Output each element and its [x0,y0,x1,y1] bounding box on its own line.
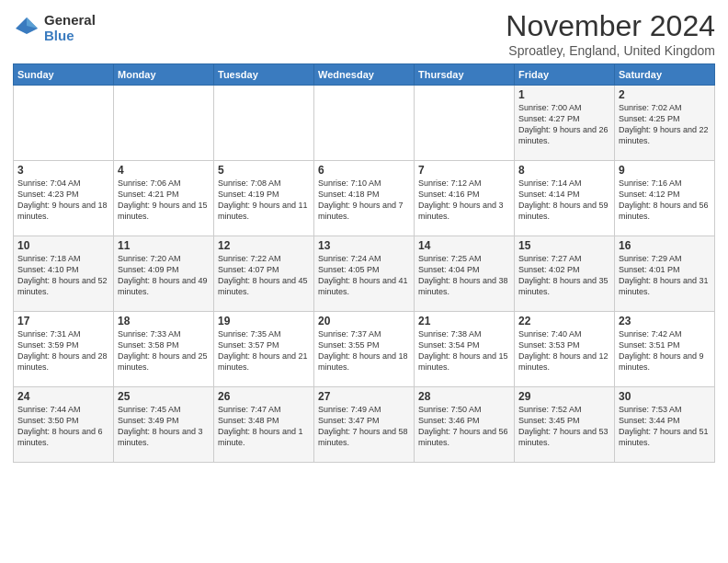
table-cell [314,86,415,161]
day-number: 27 [318,390,410,403]
week-row-4: 17Sunrise: 7:31 AM Sunset: 3:59 PM Dayli… [14,312,715,387]
header-friday: Friday [515,64,615,86]
table-cell: 2Sunrise: 7:02 AM Sunset: 4:25 PM Daylig… [615,86,715,161]
day-info: Sunrise: 7:04 AM Sunset: 4:23 PM Dayligh… [17,178,109,223]
day-number: 1 [518,88,610,101]
table-cell: 17Sunrise: 7:31 AM Sunset: 3:59 PM Dayli… [14,312,114,387]
day-number: 29 [518,390,610,403]
week-row-3: 10Sunrise: 7:18 AM Sunset: 4:10 PM Dayli… [14,236,715,312]
day-number: 30 [619,390,711,403]
table-cell: 14Sunrise: 7:25 AM Sunset: 4:04 PM Dayli… [415,236,515,312]
logo: General Blue [13,13,96,43]
day-number: 8 [518,164,610,177]
day-info: Sunrise: 7:29 AM Sunset: 4:01 PM Dayligh… [619,253,711,298]
day-number: 7 [418,164,510,177]
day-info: Sunrise: 7:31 AM Sunset: 3:59 PM Dayligh… [17,328,109,373]
day-info: Sunrise: 7:08 AM Sunset: 4:19 PM Dayligh… [218,178,310,223]
logo-general-text: General [44,13,96,29]
day-number: 9 [619,164,711,177]
table-cell: 6Sunrise: 7:10 AM Sunset: 4:18 PM Daylig… [314,161,415,236]
day-info: Sunrise: 7:25 AM Sunset: 4:04 PM Dayligh… [418,253,510,298]
table-cell [214,86,314,161]
day-info: Sunrise: 7:40 AM Sunset: 3:53 PM Dayligh… [518,328,610,373]
day-number: 17 [17,315,109,327]
table-cell: 25Sunrise: 7:45 AM Sunset: 3:49 PM Dayli… [114,387,214,463]
day-number: 10 [17,239,109,252]
table-cell: 18Sunrise: 7:33 AM Sunset: 3:58 PM Dayli… [114,312,214,387]
table-cell: 4Sunrise: 7:06 AM Sunset: 4:21 PM Daylig… [114,161,214,236]
table-cell: 1Sunrise: 7:00 AM Sunset: 4:27 PM Daylig… [515,86,615,161]
day-info: Sunrise: 7:12 AM Sunset: 4:16 PM Dayligh… [418,178,510,223]
day-info: Sunrise: 7:37 AM Sunset: 3:55 PM Dayligh… [318,328,410,373]
day-info: Sunrise: 7:18 AM Sunset: 4:10 PM Dayligh… [17,253,109,298]
header-tuesday: Tuesday [214,64,314,86]
header-thursday: Thursday [415,64,515,86]
table-cell: 22Sunrise: 7:40 AM Sunset: 3:53 PM Dayli… [515,312,615,387]
day-info: Sunrise: 7:35 AM Sunset: 3:57 PM Dayligh… [218,328,310,373]
table-cell: 23Sunrise: 7:42 AM Sunset: 3:51 PM Dayli… [615,312,715,387]
day-number: 5 [218,164,310,177]
day-info: Sunrise: 7:45 AM Sunset: 3:49 PM Dayligh… [118,404,210,449]
day-info: Sunrise: 7:49 AM Sunset: 3:47 PM Dayligh… [318,404,410,449]
day-number: 4 [118,164,210,177]
day-info: Sunrise: 7:33 AM Sunset: 3:58 PM Dayligh… [118,328,210,373]
table-cell: 24Sunrise: 7:44 AM Sunset: 3:50 PM Dayli… [14,387,114,463]
title-section: November 2024 Sproatley, England, United… [506,9,715,58]
table-cell: 19Sunrise: 7:35 AM Sunset: 3:57 PM Dayli… [214,312,314,387]
logo-blue-text: Blue [44,29,96,44]
header-wednesday: Wednesday [314,64,415,86]
day-number: 18 [118,315,210,327]
table-cell: 27Sunrise: 7:49 AM Sunset: 3:47 PM Dayli… [314,387,415,463]
day-info: Sunrise: 7:42 AM Sunset: 3:51 PM Dayligh… [619,328,711,373]
day-number: 2 [619,88,711,101]
week-row-5: 24Sunrise: 7:44 AM Sunset: 3:50 PM Dayli… [14,387,715,463]
table-cell: 8Sunrise: 7:14 AM Sunset: 4:14 PM Daylig… [515,161,615,236]
table-cell: 16Sunrise: 7:29 AM Sunset: 4:01 PM Dayli… [615,236,715,312]
day-info: Sunrise: 7:00 AM Sunset: 4:27 PM Dayligh… [518,102,610,147]
day-number: 15 [518,239,610,252]
day-info: Sunrise: 7:53 AM Sunset: 3:44 PM Dayligh… [619,404,711,449]
day-number: 11 [118,239,210,252]
day-info: Sunrise: 7:24 AM Sunset: 4:05 PM Dayligh… [318,253,410,298]
table-cell: 11Sunrise: 7:20 AM Sunset: 4:09 PM Dayli… [114,236,214,312]
table-cell: 9Sunrise: 7:16 AM Sunset: 4:12 PM Daylig… [615,161,715,236]
day-info: Sunrise: 7:52 AM Sunset: 3:45 PM Dayligh… [518,404,610,449]
day-info: Sunrise: 7:44 AM Sunset: 3:50 PM Dayligh… [17,404,109,449]
table-cell: 3Sunrise: 7:04 AM Sunset: 4:23 PM Daylig… [14,161,114,236]
table-cell: 10Sunrise: 7:18 AM Sunset: 4:10 PM Dayli… [14,236,114,312]
day-info: Sunrise: 7:22 AM Sunset: 4:07 PM Dayligh… [218,253,310,298]
day-number: 14 [418,239,510,252]
table-cell: 13Sunrise: 7:24 AM Sunset: 4:05 PM Dayli… [314,236,415,312]
header-monday: Monday [114,64,214,86]
day-info: Sunrise: 7:10 AM Sunset: 4:18 PM Dayligh… [318,178,410,223]
table-cell: 21Sunrise: 7:38 AM Sunset: 3:54 PM Dayli… [415,312,515,387]
header-saturday: Saturday [615,64,715,86]
day-number: 23 [619,315,711,327]
day-info: Sunrise: 7:02 AM Sunset: 4:25 PM Dayligh… [619,102,711,147]
weekday-header-row: Sunday Monday Tuesday Wednesday Thursday… [14,64,715,86]
day-info: Sunrise: 7:20 AM Sunset: 4:09 PM Dayligh… [118,253,210,298]
day-number: 21 [418,315,510,327]
day-number: 25 [118,390,210,403]
day-info: Sunrise: 7:06 AM Sunset: 4:21 PM Dayligh… [118,178,210,223]
day-number: 19 [218,315,310,327]
day-number: 24 [17,390,109,403]
day-info: Sunrise: 7:16 AM Sunset: 4:12 PM Dayligh… [619,178,711,223]
table-cell: 5Sunrise: 7:08 AM Sunset: 4:19 PM Daylig… [214,161,314,236]
table-cell [14,86,114,161]
day-number: 16 [619,239,711,252]
day-number: 26 [218,390,310,403]
calendar-table: Sunday Monday Tuesday Wednesday Thursday… [13,63,715,463]
day-number: 22 [518,315,610,327]
logo-icon [13,15,40,42]
table-cell [415,86,515,161]
month-title: November 2024 [506,9,715,43]
day-info: Sunrise: 7:50 AM Sunset: 3:46 PM Dayligh… [418,404,510,449]
table-cell: 12Sunrise: 7:22 AM Sunset: 4:07 PM Dayli… [214,236,314,312]
table-cell: 20Sunrise: 7:37 AM Sunset: 3:55 PM Dayli… [314,312,415,387]
week-row-1: 1Sunrise: 7:00 AM Sunset: 4:27 PM Daylig… [14,86,715,161]
day-number: 12 [218,239,310,252]
page-header: General Blue November 2024 Sproatley, En… [13,9,715,58]
day-number: 3 [17,164,109,177]
table-cell: 28Sunrise: 7:50 AM Sunset: 3:46 PM Dayli… [415,387,515,463]
